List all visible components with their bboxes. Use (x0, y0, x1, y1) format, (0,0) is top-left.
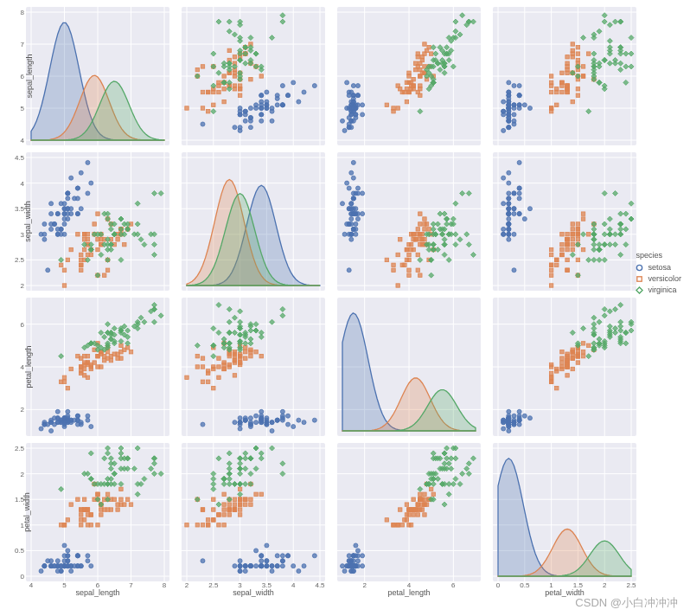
svg-rect-535 (423, 238, 426, 241)
svg-rect-446 (86, 233, 89, 236)
svg-rect-675 (571, 233, 574, 236)
svg-rect-445 (82, 247, 86, 251)
svg-point-378 (69, 207, 73, 211)
svg-point-1070 (62, 543, 67, 548)
svg-rect-559 (416, 268, 419, 272)
svg-rect-1008 (560, 365, 564, 369)
svg-point-1187 (275, 564, 279, 568)
svg-point-359 (42, 237, 47, 241)
svg-rect-1007 (571, 352, 574, 356)
svg-point-394 (62, 207, 67, 211)
svg-point-280 (512, 106, 516, 111)
svg-point-488 (347, 186, 351, 190)
svg-point-173 (361, 103, 365, 107)
svg-point-938 (507, 429, 511, 433)
svg-point-59 (238, 125, 242, 130)
svg-rect-677 (549, 268, 553, 272)
svg-rect-681 (565, 238, 569, 241)
svg-rect-864 (233, 350, 236, 354)
svg-point-630 (507, 191, 511, 196)
svg-rect-1216 (238, 487, 241, 491)
legend-item-versicolor: versicolor (636, 274, 681, 283)
svg-point-607 (522, 217, 527, 221)
svg-rect-1226 (201, 508, 204, 511)
svg-rect-227 (385, 103, 388, 106)
svg-rect-1334 (423, 497, 426, 501)
svg-point-282 (507, 125, 511, 130)
svg-rect-1228 (212, 508, 215, 511)
svg-rect-97 (227, 48, 231, 52)
svg-rect-188 (405, 99, 408, 103)
svg-point-1068 (46, 559, 50, 563)
svg-point-283 (527, 106, 532, 111)
svg-rect-1341 (392, 523, 395, 527)
svg-point-737 (55, 420, 60, 425)
svg-point-69 (275, 96, 279, 100)
cell-petal_length-vs-petal_width (493, 298, 636, 436)
svg-rect-663 (549, 253, 553, 256)
svg-point-518 (354, 191, 358, 196)
svg-rect-189 (396, 106, 399, 110)
svg-rect-980 (565, 374, 569, 377)
svg-rect-524 (427, 228, 431, 231)
svg-rect-1011 (560, 361, 564, 364)
svg-rect-785 (62, 380, 66, 383)
svg-point-1186 (248, 564, 252, 568)
svg-point-521 (349, 217, 354, 221)
svg-rect-1081 (112, 497, 116, 501)
svg-point-254 (507, 80, 511, 85)
y-ticks: 00.511.522.5 (14, 443, 24, 581)
svg-point-830 (248, 416, 252, 420)
svg-point-835 (243, 418, 247, 422)
svg-point-600 (517, 186, 521, 190)
svg-point-142 (342, 128, 347, 132)
svg-point-27 (259, 119, 264, 123)
svg-rect-1190 (249, 497, 252, 501)
svg-point-29 (233, 125, 237, 130)
svg-rect-1120 (62, 523, 66, 527)
svg-rect-210 (400, 90, 404, 93)
svg-point-616 (502, 176, 506, 180)
svg-rect-319 (549, 84, 553, 87)
svg-rect-316 (571, 48, 574, 52)
svg-point-632 (507, 196, 511, 201)
svg-point-288 (507, 96, 511, 100)
svg-rect-1089 (96, 523, 99, 527)
svg-point-384 (79, 170, 83, 175)
svg-point-383 (69, 176, 73, 180)
svg-point-1067 (62, 559, 67, 563)
svg-rect-1102 (116, 503, 119, 506)
svg-rect-651 (549, 247, 553, 251)
svg-rect-1333 (418, 492, 422, 496)
svg-rect-523 (418, 222, 422, 226)
svg-rect-791 (86, 363, 89, 366)
svg-point-176 (349, 119, 354, 123)
svg-point-485 (342, 232, 347, 236)
svg-rect-111 (217, 90, 220, 93)
svg-point-809 (233, 420, 237, 425)
svg-rect-644 (549, 284, 553, 287)
svg-rect-989 (560, 350, 564, 354)
svg-point-255 (517, 84, 521, 88)
svg-point-842 (201, 422, 205, 427)
svg-rect-1199 (185, 523, 188, 527)
svg-rect-1346 (385, 518, 388, 522)
svg-rect-116 (238, 84, 241, 87)
svg-point-64 (265, 106, 269, 111)
svg-point-1179 (265, 559, 269, 563)
svg-point-1042 (86, 554, 90, 558)
svg-point-520 (351, 196, 355, 201)
svg-rect-672 (565, 233, 569, 236)
svg-rect-888 (201, 356, 204, 360)
svg-rect-1224 (259, 492, 263, 496)
square-icon (636, 275, 643, 283)
svg-rect-997 (549, 371, 553, 375)
y-axis-label: sepal_width (23, 201, 32, 242)
svg-rect-992 (571, 348, 574, 351)
svg-point-62 (201, 122, 205, 126)
svg-point-45 (259, 112, 264, 117)
svg-point-846 (238, 420, 242, 425)
svg-rect-1215 (227, 503, 231, 506)
svg-rect-410 (69, 247, 73, 251)
svg-point-593 (502, 227, 506, 231)
